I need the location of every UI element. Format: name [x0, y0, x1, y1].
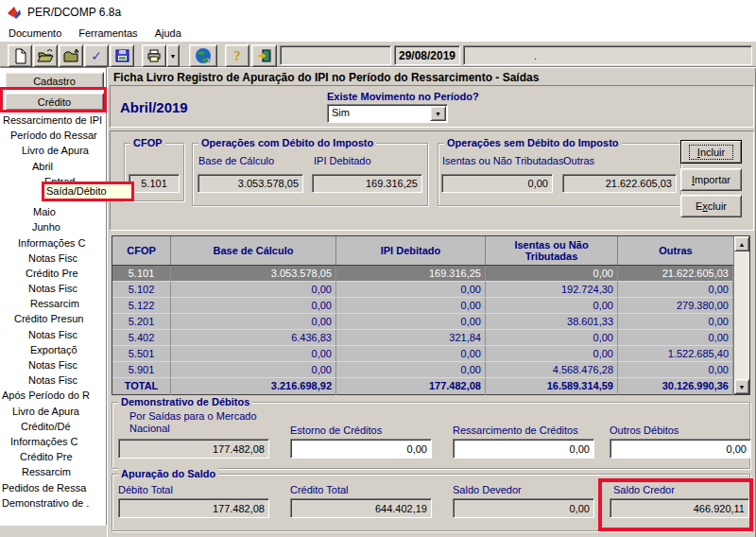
transmit-button[interactable] — [189, 44, 217, 67]
table-row[interactable]: 5.1020,000,00192.724,300,00 — [112, 282, 749, 298]
table-row[interactable]: 5.4026.436,83321,840,000,00 — [112, 330, 749, 346]
folder-up-icon — [62, 48, 79, 63]
excluir-button-label: Excluir — [696, 200, 727, 212]
tree-item-ressarcimento[interactable]: Ressarcim — [2, 464, 106, 479]
sidebar-tree: Ressarcimento de IPI Período do Ressar L… — [2, 113, 106, 511]
new-document-button[interactable] — [8, 44, 32, 67]
tree-item-ressarcimento-ipi[interactable]: Ressarcimento de IPI — [2, 113, 106, 128]
table-row[interactable]: 5.1220,000,000,00279.380,00 — [112, 298, 749, 314]
cfop-value: 5.101 — [141, 178, 167, 189]
base-calculo-value: 3.053.578,05 — [238, 178, 299, 189]
print-dropdown-icon: ▼ — [170, 53, 177, 60]
table-total-row: TOTAL3.216.698,92177.482,0816.589.314,59… — [112, 378, 749, 395]
tree-item-periodo[interactable]: Período do Ressar — [2, 128, 106, 143]
validate-button[interactable]: ✓ — [84, 44, 109, 67]
without-debit-legend: Operações sem Débito do Imposto — [444, 137, 622, 149]
scroll-down-button[interactable]: ▼ — [734, 379, 749, 394]
cfop-entry-panel: CFOP 5.101 Operações com Débito do Impos… — [110, 130, 754, 231]
saldo-credor-label: Saldo Credor — [613, 484, 675, 495]
header-base-calculo: Base de Cálculo — [171, 236, 336, 265]
table-row[interactable]: 5.1013.053.578,05169.316,250,0021.622.60… — [112, 266, 749, 282]
excluir-button[interactable]: Excluir — [680, 195, 742, 217]
estorno-label: Estorno de Créditos — [290, 424, 382, 436]
outras-label: Outras — [563, 155, 594, 166]
saldo-devedor-field: 0,00 — [453, 498, 594, 518]
table-row[interactable]: 5.9010,000,004.568.476,280,00 — [112, 362, 749, 378]
outros-debitos-label: Outros Débitos — [610, 424, 679, 436]
open-folder-icon — [37, 48, 54, 63]
exit-button[interactable] — [251, 44, 277, 67]
tree-item-exportacoes[interactable]: Exportaçõ — [2, 342, 106, 357]
tree-item-demonstrativo[interactable]: Demonstrativo de . — [2, 495, 106, 511]
outras-field: 21.622.605,03 — [562, 174, 677, 193]
tree-item-informacoes[interactable]: Informações C — [2, 235, 106, 251]
save-button[interactable] — [110, 44, 134, 67]
transmit-globe-icon — [194, 47, 213, 64]
tree-item-livro-apuracao[interactable]: Livro de Apura — [2, 143, 106, 158]
saldo-credor-value: 466.920,11 — [694, 503, 745, 514]
header-cfop: CFOP — [112, 236, 171, 265]
date-field[interactable]: 29/08/2019 — [394, 45, 460, 65]
without-debit-group: Operações sem Débito do Imposto Isentas … — [438, 143, 681, 206]
scroll-up-button[interactable]: ▲ — [734, 236, 749, 251]
print-dropdown-button[interactable]: ▼ — [166, 44, 180, 67]
help-icon: ? — [233, 48, 241, 64]
saldo-credor-field: 466.920,11 — [610, 498, 749, 518]
tree-item-apos-periodo[interactable]: Após Período do R — [2, 388, 106, 403]
header-isentas: Isentas ou Não Tributadas — [486, 236, 618, 265]
tree-item-pedidos[interactable]: Pedidos de Ressa — [2, 480, 106, 495]
table-scrollbar[interactable]: ▲ ▼ — [733, 236, 749, 394]
ipi-debitado-field: 169.316,25 — [312, 174, 422, 193]
importar-button[interactable]: Importar — [680, 168, 742, 191]
toolbar-status-field-1 — [280, 45, 391, 65]
tree-item-ressarcimento[interactable]: Ressarcim — [2, 296, 106, 311]
tree-item-livro-apuracao[interactable]: Livro de Apura — [2, 404, 106, 419]
outros-debitos-field[interactable]: 0,00 — [610, 439, 751, 459]
header-outras: Outras — [618, 236, 733, 265]
tree-item-notas-fiscais[interactable]: Notas Fisc — [2, 372, 106, 388]
tree-item-maio[interactable]: Maio — [2, 204, 106, 219]
movement-select[interactable]: Sim ▼ — [327, 104, 448, 123]
tree-item-junho[interactable]: Junho — [2, 219, 106, 234]
open-folder-button[interactable] — [33, 44, 58, 67]
balance-group-legend: Apuração do Saldo — [118, 468, 218, 480]
estorno-field[interactable]: 0,00 — [290, 439, 432, 459]
incluir-button[interactable]: Incluir — [680, 140, 742, 164]
tree-item-credito-presumido[interactable]: Crédito Presun — [2, 311, 106, 326]
help-button[interactable]: ? — [225, 44, 249, 67]
tree-item-abril[interactable]: Abril — [2, 159, 106, 174]
tree-item-notas-fiscais[interactable]: Notas Fisc — [2, 281, 106, 296]
menu-ferramentas[interactable]: Ferramentas — [70, 27, 146, 39]
table-row[interactable]: 5.2010,000,0038.601,330,00 — [112, 314, 749, 330]
credito-total-value: 644.402,19 — [375, 503, 427, 514]
tree-item-saida-debito-selected[interactable]: Saída/Débito — [42, 182, 134, 201]
tree-item-informacoes[interactable]: Informações C — [2, 434, 106, 449]
importar-button-label: Importar — [692, 174, 730, 185]
header-ipi-debitado: IPI Debitado — [336, 236, 486, 265]
tree-item-notas-fiscais[interactable]: Notas Fisc — [2, 327, 106, 342]
sidebar-tab-cadastro-label: Cadastro — [33, 76, 76, 87]
cfop-table: CFOP Base de Cálculo IPI Debitado Isenta… — [112, 235, 750, 395]
ressarcimento-creditos-field[interactable]: 0,00 — [453, 439, 594, 459]
menu-documento[interactable]: Documento — [0, 27, 70, 39]
base-calculo-label: Base de Cálculo — [198, 155, 274, 166]
print-button[interactable] — [142, 44, 166, 67]
movement-select-arrow[interactable]: ▼ — [430, 106, 446, 121]
table-row[interactable]: 5.5010,000,000,001.522.685,40 — [112, 346, 749, 362]
ressarcimento-creditos-label: Ressarcimento de Créditos — [453, 424, 578, 436]
menu-ajuda[interactable]: Ajuda — [146, 27, 190, 39]
sidebar-tab-credito[interactable]: Crédito — [5, 93, 104, 111]
tree-item-credito-pre[interactable]: Crédito Pre — [2, 449, 106, 464]
tree-item-credito-pre[interactable]: Crédito Pre — [2, 266, 106, 281]
tree-item-notas-fiscais[interactable]: Notas Fisc — [2, 251, 106, 266]
tree-item-notas-fiscais[interactable]: Notas Fisc — [2, 357, 106, 372]
close-folder-button[interactable] — [59, 44, 83, 67]
movement-question-label: Existe Movimento no Período? — [327, 91, 479, 102]
save-diskette-icon — [114, 48, 130, 63]
menu-bar: Documento Ferramentas Ajuda — [0, 25, 756, 41]
tree-item-credito-debito[interactable]: Crédito/Dé — [2, 419, 106, 434]
debito-total-value: 177.482,08 — [213, 503, 265, 514]
main-panel: Ficha Livro Registro de Apuração do IPI … — [107, 67, 756, 537]
sidebar-tab-cadastro[interactable]: Cadastro — [5, 72, 104, 90]
window-title: PER/DCOMP 6.8a — [27, 6, 121, 19]
